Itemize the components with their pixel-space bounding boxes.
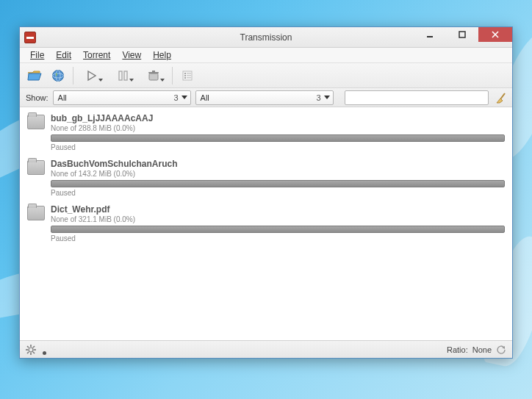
titlebar: Transmission [20,27,512,48]
menu-help[interactable]: Help [147,48,177,62]
torrent-state: Paused [51,143,505,151]
filter-status-value: All [58,93,67,102]
minimize-icon [426,31,434,38]
svg-rect-15 [187,73,191,74]
progress-bar [51,134,505,142]
torrent-name: DasBuchVomSchulchanAruch [51,159,505,169]
svg-marker-21 [497,98,503,103]
filter-tracker-value: All [201,93,209,102]
properties-button[interactable] [177,66,198,85]
open-file-button[interactable] [24,66,45,85]
folder-open-icon [27,70,42,82]
app-icon [24,32,36,43]
close-button[interactable] [478,27,512,42]
svg-point-4 [53,70,64,81]
filter-status-combo[interactable]: All 3 [53,90,191,105]
svg-point-14 [184,73,186,74]
show-label: Show: [26,93,48,102]
filter-tracker-combo[interactable]: All 3 [195,90,334,105]
svg-rect-12 [152,71,155,72]
torrent-row[interactable]: bub_gb_LjJJAAAAcAAJNone of 288.8 MiB (0.… [21,110,511,156]
svg-line-30 [27,352,29,353]
torrent-row[interactable]: DasBuchVomSchulchanAruchNone of 143.2 Mi… [21,156,511,201]
chevron-down-icon [129,79,134,82]
gear-icon [26,345,36,355]
search-input[interactable] [345,90,489,105]
svg-rect-8 [119,71,122,80]
svg-point-16 [184,75,186,76]
svg-line-28 [33,352,35,353]
start-button[interactable] [78,66,106,85]
maximize-button[interactable] [446,27,478,42]
svg-rect-17 [187,75,191,76]
svg-rect-11 [148,72,159,73]
maximize-icon [459,31,466,38]
folder-icon [27,206,45,220]
chevron-down-icon [98,79,103,82]
filter-tracker-count: 3 [316,93,320,102]
stats-button[interactable] [496,345,506,355]
close-icon [492,31,499,38]
torrent-status: None of 288.8 MiB (0.0%) [51,124,505,132]
torrent-list: bub_gb_LjJJAAAAcAAJNone of 288.8 MiB (0.… [20,107,512,340]
svg-rect-0 [427,36,433,37]
toolbar [20,63,512,88]
svg-line-20 [500,93,505,99]
chevron-down-icon [160,79,165,82]
menubar: File Edit Torrent View Help [20,48,512,63]
chevron-down-icon [181,96,187,99]
pause-button[interactable] [109,66,137,85]
folder-icon [27,115,45,129]
play-icon [86,70,98,82]
torrent-info: DasBuchVomSchulchanAruchNone of 143.2 Mi… [51,159,505,197]
trash-icon [147,70,160,82]
progress-bar [51,226,505,233]
torrent-info: bub_gb_LjJJAAAAcAAJNone of 288.8 MiB (0.… [51,113,505,151]
svg-rect-19 [187,77,191,79]
torrent-status: None of 321.1 MiB (0.0%) [51,215,505,223]
toolbar-separator [73,67,73,85]
pause-icon [117,70,129,82]
progress-bar [51,180,505,187]
ratio-value: None [472,345,492,354]
svg-marker-7 [88,71,96,80]
svg-rect-9 [124,71,127,80]
main-window: Transmission File Edit Torrent View Help [19,26,513,359]
properties-icon [181,70,193,82]
torrent-status: None of 143.2 MiB (0.0%) [51,170,505,178]
statusbar: Ratio: None [20,340,512,358]
torrent-info: Dict_Wehr.pdfNone of 321.1 MiB (0.0%)Pau… [51,204,505,242]
svg-rect-10 [149,73,158,80]
window-controls [414,27,512,42]
ratio-label: Ratio: [447,345,468,354]
broom-icon [496,92,508,104]
torrent-state: Paused [51,189,505,197]
svg-rect-1 [459,32,465,37]
menu-view[interactable]: View [116,48,147,62]
toolbar-separator [172,67,173,85]
open-url-button[interactable] [48,66,68,85]
menu-torrent[interactable]: Torrent [77,48,116,62]
remove-button[interactable] [140,66,168,85]
refresh-icon [496,345,506,355]
torrent-name: Dict_Wehr.pdf [51,204,505,215]
svg-point-22 [29,348,33,352]
svg-line-29 [33,346,35,348]
filter-bar: Show: All 3 All 3 [20,88,512,107]
settings-button[interactable] [26,345,36,355]
clear-search-button[interactable] [496,92,508,104]
minimize-button[interactable] [414,27,446,42]
folder-icon [27,160,45,175]
torrent-row[interactable]: Dict_Wehr.pdfNone of 321.1 MiB (0.0%)Pau… [21,201,511,247]
svg-line-27 [27,346,29,348]
chevron-down-icon [324,96,330,99]
menu-edit[interactable]: Edit [50,48,77,62]
torrent-state: Paused [51,234,505,242]
menu-file[interactable]: File [24,48,50,62]
globe-icon [51,69,65,82]
torrent-name: bub_gb_LjJJAAAAcAAJ [51,113,505,123]
svg-point-18 [184,77,186,79]
filter-status-count: 3 [173,93,178,102]
